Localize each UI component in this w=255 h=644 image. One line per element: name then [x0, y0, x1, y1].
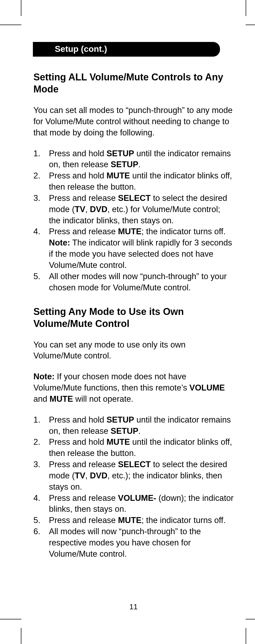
crop-mark [246, 628, 246, 644]
section2-heading: Setting Any Mode to Use its Own Volume/M… [33, 306, 234, 330]
step-item: All other modes will now “punch-through”… [33, 271, 234, 293]
step-item: Press and release MUTE; the indicator tu… [33, 226, 234, 271]
section1-intro: You can set all modes to “punch-through”… [33, 105, 234, 138]
crop-mark [0, 619, 21, 619]
crop-mark [246, 619, 255, 619]
step-item: Press and release MUTE; the indicator tu… [33, 515, 234, 526]
crop-mark [21, 0, 21, 16]
section1-steps: Press and hold SETUP until the indicator… [33, 148, 234, 293]
crop-mark [21, 628, 21, 644]
section2-intro: You can set any mode to use only its own… [33, 339, 234, 362]
step-item: Press and release SELECT to select the d… [33, 459, 234, 493]
section2-note: Note: If your chosen mode does not have … [33, 371, 234, 405]
page-number: 11 [21, 603, 246, 611]
step-item: Press and release VOLUME- (down); the in… [33, 493, 234, 515]
step-item: All modes will now “punch-through” to th… [33, 526, 234, 560]
step-item: Press and hold MUTE until the indicator … [33, 170, 234, 193]
crop-mark [246, 25, 255, 25]
step-item: Press and hold SETUP until the indicator… [33, 148, 234, 170]
crop-mark [246, 0, 246, 16]
section1-heading: Setting ALL Volume/Mute Controls to Any … [33, 71, 234, 95]
section-tab: Setup (cont.) [33, 42, 220, 57]
step-item: Press and hold MUTE until the indicator … [33, 436, 234, 459]
page-content: Setup (cont.) Setting ALL Volume/Mute Co… [21, 25, 246, 619]
crop-mark [0, 25, 21, 25]
section2-steps: Press and hold SETUP until the indicator… [33, 414, 234, 560]
step-item: Press and release SELECT to select the d… [33, 193, 234, 226]
step-item: Press and hold SETUP until the indicator… [33, 414, 234, 437]
